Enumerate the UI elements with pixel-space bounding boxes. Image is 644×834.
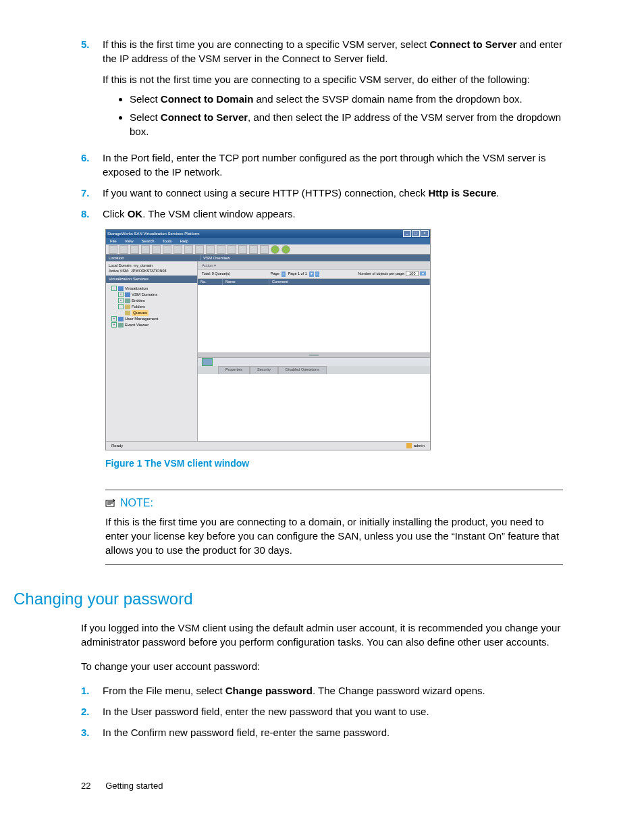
step8-text: Click OK. The VSM client window appears.	[103, 207, 563, 221]
status-text: Ready	[111, 443, 123, 448]
stepb3-text: In the Confirm new password field, re-en…	[103, 725, 563, 739]
toolbar	[106, 244, 430, 255]
tb-back-icon[interactable]	[109, 245, 117, 254]
page-prev[interactable]: ‹	[281, 271, 286, 277]
tree-user-mgmt[interactable]: +User Management	[111, 316, 196, 322]
tb-stop-icon[interactable]	[152, 245, 161, 254]
tb-copy-icon[interactable]	[184, 245, 193, 254]
tb-fwd-icon[interactable]	[119, 245, 128, 254]
entities-icon	[125, 298, 130, 303]
step5-p2: If this is not the first time you are co…	[103, 72, 563, 86]
tb-cut-icon[interactable]	[173, 245, 182, 254]
vs-header: Virtualization Services	[106, 276, 197, 282]
tab-properties[interactable]: Properties	[218, 366, 250, 374]
step-number: 7.	[81, 186, 103, 200]
tb-delete-icon[interactable]	[217, 245, 225, 254]
tab-disabled-ops[interactable]: Disabled Operations	[278, 366, 327, 374]
step-number: 5.	[81, 37, 103, 144]
tb-about-icon[interactable]	[281, 245, 290, 254]
detail-pane	[198, 374, 430, 442]
tb-help-icon[interactable]	[271, 245, 279, 254]
menu-view[interactable]: View	[125, 238, 134, 244]
action-menu[interactable]: Action ▾	[202, 263, 216, 268]
magnify-icon[interactable]	[202, 358, 213, 366]
menu-file[interactable]: File	[110, 238, 117, 244]
step-number: 3.	[81, 725, 103, 739]
step-number: 6.	[81, 151, 103, 179]
section-p1: If you logged into the VSM client using …	[81, 621, 563, 649]
step5-bullets: Select Connect to Domain and select the …	[103, 92, 563, 138]
col-name[interactable]: Name	[223, 279, 269, 285]
tb-up-icon[interactable]	[130, 245, 139, 254]
tree-vsm-domains[interactable]: +VSM Domains	[118, 292, 196, 298]
step6-text: In the Port field, enter the TCP port nu…	[103, 151, 563, 179]
page-footer: 22 Getting started	[81, 780, 563, 792]
table-body	[198, 285, 430, 353]
step7-text: If you want to connect using a secure HT…	[103, 186, 563, 200]
step5-p1: If this is the first time you are connec…	[103, 37, 563, 66]
domain-info: Local Domain: my_domain Active VSM: JPWO…	[106, 261, 197, 276]
menu-tools[interactable]: Tools	[163, 238, 172, 244]
overview-label: VSM Overview	[200, 255, 430, 261]
user-icon	[406, 443, 412, 448]
total-count: Total: 0 Queue(s)	[202, 271, 230, 277]
page-next[interactable]: ›	[315, 271, 319, 277]
step-number: 8.	[81, 207, 103, 221]
folder-icon	[125, 305, 130, 309]
tb-pause-icon[interactable]	[238, 245, 247, 254]
stepb1-text: From the File menu, select Change passwo…	[103, 683, 563, 698]
chapter-name: Getting started	[105, 781, 163, 791]
status-user: admin	[414, 443, 425, 448]
maximize-icon[interactable]: ▢	[412, 230, 420, 237]
figure-screenshot: StorageWorks SAN Virtualization Services…	[105, 229, 563, 450]
splitter[interactable]	[198, 353, 430, 358]
section-heading: Changing your password	[14, 588, 563, 610]
table-header: No. Name Comment	[198, 279, 430, 285]
col-no[interactable]: No.	[198, 279, 223, 285]
tb-next-icon[interactable]	[249, 245, 258, 254]
note-label: NOTE:	[120, 496, 153, 511]
tb-play-icon[interactable]	[227, 245, 236, 254]
menu-help[interactable]: Help	[180, 238, 188, 244]
tree-virtualization[interactable]: -Virtualization	[111, 286, 196, 292]
tree-event-viewer[interactable]: +Event Viewer	[111, 322, 196, 328]
per-page-input[interactable]: 100	[406, 271, 419, 276]
folder-icon	[118, 286, 124, 291]
per-page-drop[interactable]: ▾	[420, 271, 426, 276]
page-number: 22	[81, 781, 90, 791]
note-icon	[105, 498, 116, 508]
tree-entities[interactable]: +Entities	[118, 298, 196, 304]
steps-upper: 5. If this is the first time you are con…	[81, 37, 563, 221]
queue-icon	[125, 311, 130, 315]
page-drop[interactable]: ▾	[309, 271, 314, 277]
location-label: Location	[106, 255, 200, 261]
tab-security[interactable]: Security	[250, 366, 278, 374]
detail-tabs: Properties Security Disabled Operations	[198, 366, 430, 374]
tree-queues[interactable]: Queues	[125, 310, 196, 316]
users-icon	[118, 317, 124, 321]
tb-paste-icon[interactable]	[195, 245, 204, 254]
step-number: 2.	[81, 704, 103, 719]
menu-search[interactable]: Search	[142, 238, 155, 244]
pager: Page ‹ Page 1 of 1 ▾ ›	[269, 271, 319, 277]
per-page: Number of objects per page: 100 ▾	[358, 271, 426, 277]
domains-icon	[125, 292, 130, 297]
minimize-icon[interactable]: _	[403, 230, 411, 237]
stepb2-text: In the User password field, enter the ne…	[103, 704, 563, 719]
tree-folders[interactable]: Folders	[118, 304, 196, 310]
steps-lower: 1. From the File menu, select Change pas…	[81, 683, 563, 739]
col-comment[interactable]: Comment	[269, 279, 430, 285]
section-p2: To change your user account password:	[81, 659, 563, 673]
note-block: NOTE: If this is the first time you are …	[105, 490, 563, 565]
nav-tree: -Virtualization +VSM Domains +Entities F…	[106, 283, 197, 441]
app-window: StorageWorks SAN Virtualization Services…	[105, 229, 431, 450]
close-icon[interactable]: ×	[421, 230, 429, 237]
tb-refresh-icon[interactable]	[163, 245, 171, 254]
window-title: StorageWorks SAN Virtualization Services…	[107, 231, 200, 236]
tb-folder-icon[interactable]	[206, 245, 215, 254]
note-body: If this is the first time you are connec…	[105, 515, 563, 557]
tb-home-icon[interactable]	[141, 245, 150, 254]
events-icon	[118, 323, 124, 328]
tb-prev-icon[interactable]	[260, 245, 269, 254]
figure-caption: Figure 1 The VSM client window	[105, 457, 563, 471]
